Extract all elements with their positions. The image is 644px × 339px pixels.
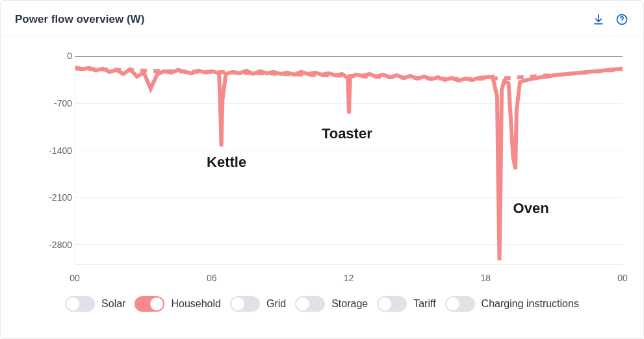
download-icon bbox=[592, 13, 605, 26]
help-button[interactable] bbox=[615, 12, 629, 27]
annotation-toaster: Toaster bbox=[322, 125, 372, 142]
toggle-charging-instructions[interactable] bbox=[445, 296, 475, 312]
annotation-oven: Oven bbox=[513, 200, 549, 217]
y-tick-1: -700 bbox=[54, 98, 72, 108]
svg-point-1 bbox=[622, 22, 623, 23]
toggle-charging-item: Charging instructions bbox=[445, 296, 579, 312]
toggle-charging-label: Charging instructions bbox=[482, 298, 579, 310]
chart-area: 0 -700 -1400 -2100 -2800 Kettle Toaster … bbox=[1, 36, 643, 290]
x-tick-1: 06 bbox=[207, 273, 217, 283]
toggle-tariff[interactable] bbox=[377, 296, 407, 312]
toggle-solar[interactable] bbox=[65, 296, 95, 312]
card-header: Power flow overview (W) bbox=[1, 1, 643, 36]
toggle-grid-item: Grid bbox=[230, 296, 286, 312]
legend-row: Solar Household Grid Storage Tariff Char… bbox=[1, 290, 643, 325]
toggle-tariff-label: Tariff bbox=[413, 298, 435, 310]
card-title: Power flow overview (W) bbox=[15, 13, 144, 26]
x-tick-2: 12 bbox=[344, 273, 354, 283]
toggle-household[interactable] bbox=[135, 296, 164, 312]
y-tick-4: -2800 bbox=[49, 240, 72, 250]
power-flow-card: Power flow overview (W) 0 -700 -1400 - bbox=[0, 0, 644, 339]
help-icon bbox=[615, 13, 628, 26]
y-tick-0: 0 bbox=[67, 51, 72, 61]
toggle-storage-label: Storage bbox=[331, 298, 368, 310]
toggle-grid-label: Grid bbox=[266, 298, 286, 310]
toggle-solar-item: Solar bbox=[65, 296, 125, 312]
download-button[interactable] bbox=[591, 12, 606, 27]
toggle-tariff-item: Tariff bbox=[377, 296, 435, 312]
x-tick-4: 00 bbox=[617, 273, 628, 283]
header-actions bbox=[591, 12, 629, 27]
toggle-household-item: Household bbox=[135, 296, 221, 312]
chart-canvas: 0 -700 -1400 -2100 -2800 Kettle Toaster … bbox=[15, 48, 629, 290]
annotation-kettle: Kettle bbox=[207, 154, 246, 171]
x-tick-0: 00 bbox=[70, 273, 80, 283]
toggle-solar-label: Solar bbox=[101, 298, 125, 310]
toggle-storage[interactable] bbox=[295, 296, 325, 312]
series-svg bbox=[75, 56, 623, 264]
y-tick-2: -1400 bbox=[49, 145, 72, 156]
plot-rect: Kettle Toaster Oven bbox=[75, 56, 623, 265]
toggle-household-label: Household bbox=[171, 298, 221, 310]
toggle-grid[interactable] bbox=[230, 296, 260, 312]
y-tick-3: -2100 bbox=[49, 192, 72, 203]
x-tick-3: 18 bbox=[480, 273, 491, 283]
toggle-storage-item: Storage bbox=[295, 296, 368, 312]
